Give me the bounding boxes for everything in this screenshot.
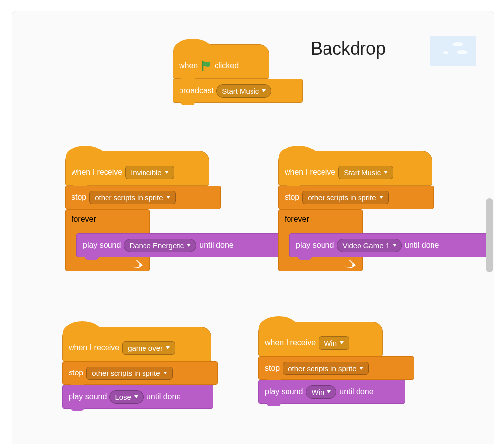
page-title: Backdrop (311, 38, 386, 59)
label: when I receive (265, 338, 316, 347)
when-i-receive-block[interactable]: when I receive Invincible (65, 151, 209, 186)
forever-block[interactable]: forever play sound Video Game 1 until do… (278, 209, 363, 271)
stop-option-dropdown[interactable]: other scripts in sprite (283, 362, 368, 375)
chevron-down-icon (166, 346, 170, 349)
dropdown-value: other scripts in sprite (288, 364, 356, 372)
dropdown-value: other scripts in sprite (308, 193, 376, 202)
dropdown-value: Video Game 1 (342, 241, 390, 250)
when-i-receive-block[interactable]: when I receive Win (258, 322, 383, 356)
label: until done (146, 392, 180, 401)
stop-block[interactable]: stop other scripts in sprite (258, 356, 414, 380)
play-sound-block[interactable]: play sound Video Game 1 until done (289, 233, 491, 257)
script-canvas[interactable]: Backdrop when clicked broadcast Start Mu… (12, 11, 494, 444)
label: when I receive (69, 343, 119, 352)
dropdown-value: Start Music (344, 168, 381, 177)
chevron-down-icon (262, 89, 266, 92)
sound-dropdown[interactable]: Dance Energetic (124, 239, 196, 252)
label: stop (265, 364, 280, 372)
label: when I receive (72, 168, 122, 177)
label: stop (72, 193, 86, 202)
label: stop (285, 193, 299, 202)
label: forever (285, 215, 309, 223)
cloud-icon (443, 51, 448, 54)
stop-block[interactable]: stop other scripts in sprite (278, 186, 434, 209)
when-flag-clicked-block[interactable]: when clicked (173, 44, 269, 79)
label: forever (72, 215, 96, 223)
cloud-icon (457, 50, 468, 54)
vertical-scrollbar[interactable] (486, 198, 493, 272)
green-flag-icon (201, 60, 212, 71)
dropdown-value: Invincible (131, 168, 162, 177)
dropdown-value: Dance Energetic (129, 241, 184, 250)
dropdown-value: Lose (115, 393, 131, 401)
label: until done (405, 241, 439, 250)
play-sound-block[interactable]: play sound Dance Energetic until done (76, 233, 286, 257)
stop-block[interactable]: stop other scripts in sprite (62, 361, 218, 385)
dropdown-value: Start Music (222, 87, 259, 95)
message-dropdown[interactable]: Invincible (125, 166, 174, 179)
when-i-receive-block[interactable]: when I receive Start Music (278, 151, 432, 186)
chevron-down-icon (187, 244, 191, 247)
backdrop-thumbnail[interactable] (430, 36, 476, 66)
chevron-down-icon (393, 244, 396, 247)
chevron-down-icon (379, 196, 383, 199)
label: play sound (296, 241, 334, 250)
message-dropdown[interactable]: Win (319, 336, 349, 350)
dropdown-value: other scripts in sprite (92, 369, 160, 377)
chevron-down-icon (384, 171, 388, 174)
message-dropdown[interactable]: game over (122, 341, 175, 355)
sound-dropdown[interactable]: Video Game 1 (337, 239, 402, 252)
message-dropdown[interactable]: Start Music (338, 166, 393, 179)
dropdown-value: Win (311, 388, 324, 396)
dropdown-value: other scripts in sprite (95, 193, 163, 202)
dropdown-value: Win (324, 339, 337, 347)
stop-option-dropdown[interactable]: other scripts in sprite (89, 191, 175, 204)
label: when I receive (285, 168, 335, 177)
broadcast-block[interactable]: broadcast Start Music (173, 79, 303, 103)
chevron-down-icon (360, 367, 363, 370)
dropdown-value: game over (128, 344, 163, 352)
chevron-down-icon (327, 390, 331, 393)
cloud-icon (452, 42, 463, 46)
chevron-down-icon (163, 372, 167, 374)
label: play sound (83, 241, 121, 250)
play-sound-block[interactable]: play sound Win until done (258, 380, 405, 404)
sound-dropdown[interactable]: Win (306, 385, 336, 399)
loop-icon (131, 260, 143, 271)
chevron-down-icon (166, 196, 170, 199)
play-sound-block[interactable]: play sound Lose until done (62, 385, 213, 409)
label: until done (339, 387, 373, 396)
label: stop (69, 369, 83, 377)
label: broadcast (179, 86, 214, 95)
chevron-down-icon (340, 341, 344, 344)
label: play sound (69, 392, 107, 401)
forever-block[interactable]: forever play sound Dance Energetic until… (65, 209, 150, 271)
label: play sound (265, 387, 303, 396)
broadcast-message-dropdown[interactable]: Start Music (216, 84, 271, 98)
chevron-down-icon (165, 171, 169, 174)
loop-icon (344, 260, 356, 271)
stop-block[interactable]: stop other scripts in sprite (65, 186, 221, 209)
label: clicked (215, 61, 239, 70)
label: when (179, 61, 198, 70)
when-i-receive-block[interactable]: when I receive game over (62, 327, 211, 361)
label: until done (199, 241, 233, 250)
chevron-down-icon (134, 395, 138, 398)
stop-option-dropdown[interactable]: other scripts in sprite (302, 191, 388, 204)
stop-option-dropdown[interactable]: other scripts in sprite (86, 367, 172, 380)
sound-dropdown[interactable]: Lose (109, 390, 144, 404)
